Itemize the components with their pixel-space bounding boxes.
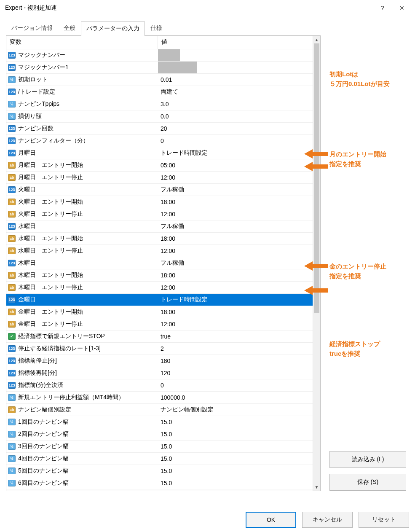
- parameter-row[interactable]: ab火曜日 エントリー開始18:00: [6, 196, 320, 208]
- parameter-value[interactable]: フル稼働: [158, 259, 320, 267]
- parameter-value[interactable]: 0: [158, 137, 320, 144]
- parameter-row[interactable]: ½ナンピンTppips3.0: [6, 98, 320, 110]
- parameter-row[interactable]: 123指標前(分)全決済0: [6, 379, 320, 392]
- svg-marker-0: [304, 149, 328, 159]
- parameter-row[interactable]: 123木曜日フル稼働: [6, 257, 320, 269]
- parameter-value[interactable]: 15.0: [158, 468, 320, 474]
- parameter-name: 2回目のナンピン幅: [18, 430, 69, 438]
- parameter-value[interactable]: 両建て: [158, 88, 320, 96]
- parameter-value[interactable]: 2: [158, 345, 320, 352]
- parameter-value[interactable]: true: [158, 333, 320, 340]
- parameter-row[interactable]: 123火曜日フル稼働: [6, 184, 320, 196]
- parameter-row[interactable]: 123/トレード設定両建て: [6, 86, 320, 98]
- parameter-value[interactable]: 20: [158, 125, 320, 132]
- parameter-value[interactable]: 180: [158, 357, 320, 364]
- arrow-icon: [304, 261, 328, 271]
- parameter-row[interactable]: 123マジックナンバー: [6, 49, 320, 62]
- scroll-thumb[interactable]: [314, 43, 319, 313]
- close-button[interactable]: ✕: [392, 1, 412, 15]
- parameter-value[interactable]: ナンピン幅個別設定: [158, 406, 320, 414]
- reset-button[interactable]: リセット: [359, 512, 409, 528]
- parameter-value[interactable]: 18:00: [158, 272, 320, 279]
- parameter-row[interactable]: 123指標後再開[分]120: [6, 367, 320, 379]
- int-type-icon: 123: [8, 186, 16, 193]
- parameter-row[interactable]: ab月曜日 エントリー停止12:00: [6, 172, 320, 184]
- header-variable[interactable]: 変数: [6, 36, 158, 49]
- parameter-value[interactable]: フル稼働: [158, 223, 320, 230]
- parameter-value[interactable]: 0: [158, 382, 320, 389]
- parameter-value[interactable]: 12:00: [158, 211, 320, 218]
- parameter-row[interactable]: 123指標前停止[分]180: [6, 355, 320, 367]
- tab[interactable]: 仕様: [145, 21, 168, 35]
- parameter-value[interactable]: フル稼働: [158, 186, 320, 193]
- ok-button[interactable]: OK: [246, 512, 296, 528]
- parameter-value[interactable]: 100000.0: [158, 394, 320, 401]
- parameter-row[interactable]: ab金曜日 エントリー開始18:00: [6, 306, 320, 318]
- parameter-row[interactable]: ab水曜日 エントリー開始18:00: [6, 233, 320, 245]
- load-button[interactable]: 読み込み (L): [329, 451, 406, 468]
- parameter-row[interactable]: ab火曜日 エントリー停止12:00: [6, 208, 320, 220]
- parameter-row[interactable]: ab金曜日 エントリー停止12:00: [6, 318, 320, 330]
- parameter-value[interactable]: 12:00: [158, 247, 320, 254]
- parameter-row[interactable]: ½2回目のナンピン幅15.0: [6, 428, 320, 441]
- help-button[interactable]: ?: [373, 1, 392, 15]
- scroll-up-icon[interactable]: ▲: [313, 36, 320, 43]
- parameter-value[interactable]: 18:00: [158, 235, 320, 242]
- parameter-value[interactable]: 3.0: [158, 101, 320, 107]
- parameter-value[interactable]: 15.0: [158, 455, 320, 462]
- tab[interactable]: バージョン情報: [6, 21, 58, 35]
- parameter-row[interactable]: ab木曜日 エントリー開始18:00: [6, 269, 320, 282]
- parameter-row[interactable]: ½4回目のナンピン幅15.0: [6, 453, 320, 465]
- parameter-value[interactable]: [158, 62, 320, 73]
- header-value[interactable]: 値: [158, 36, 320, 49]
- parameter-row[interactable]: 123金曜日トレード時間設定: [6, 294, 320, 306]
- parameter-row[interactable]: ab木曜日 エントリー停止12:00: [6, 282, 320, 294]
- parameter-row[interactable]: ab月曜日 エントリー開始05:00: [6, 159, 320, 172]
- tab[interactable]: 全般: [58, 21, 81, 35]
- parameter-row[interactable]: 123停止する経済指標のレート[1-3]2: [6, 343, 320, 355]
- annotation-text: 指定を推奨: [329, 272, 361, 279]
- parameter-value[interactable]: 12:00: [158, 321, 320, 328]
- parameter-value[interactable]: 0.01: [158, 76, 320, 83]
- parameter-row[interactable]: abナンピン幅個別設定ナンピン幅個別設定: [6, 404, 320, 416]
- dbl-type-icon: ½: [8, 394, 16, 401]
- parameter-value[interactable]: 12:00: [158, 174, 320, 181]
- parameter-row[interactable]: ½1回目のナンピン幅15.0: [6, 416, 320, 428]
- parameter-row[interactable]: ½初期ロット0.01: [6, 74, 320, 86]
- parameter-value[interactable]: [158, 49, 320, 61]
- parameter-row[interactable]: ½損切り額0.0: [6, 110, 320, 123]
- parameter-value[interactable]: トレード時間設定: [158, 296, 320, 304]
- parameter-row[interactable]: ✓経済指標で新規エントリーSTOPtrue: [6, 330, 320, 343]
- parameter-value[interactable]: 12:00: [158, 284, 320, 291]
- cancel-button[interactable]: キャンセル: [302, 512, 353, 528]
- tab[interactable]: パラメーターの入力: [81, 21, 145, 36]
- parameter-row[interactable]: ½5回目のナンピン幅15.0: [6, 465, 320, 477]
- parameter-name: 1回目のナンピン幅: [18, 418, 69, 426]
- parameter-value[interactable]: 120: [158, 370, 320, 376]
- parameter-value[interactable]: トレード時間設定: [158, 149, 320, 157]
- parameter-name: 指標前(分)全決済: [18, 382, 63, 389]
- save-button[interactable]: 保存 (S): [329, 474, 406, 491]
- str-type-icon: ab: [8, 309, 16, 315]
- parameter-value[interactable]: 15.0: [158, 443, 320, 450]
- parameter-row[interactable]: 123ナンピン回数20: [6, 123, 320, 135]
- parameter-value[interactable]: 18:00: [158, 199, 320, 205]
- parameter-row[interactable]: 123マジックナンバー1: [6, 62, 320, 74]
- parameter-value[interactable]: 05:00: [158, 162, 320, 169]
- parameter-value[interactable]: 15.0: [158, 419, 320, 425]
- parameter-value[interactable]: 0.0: [158, 113, 320, 120]
- parameter-row[interactable]: 123ナンピンフィルター（分）0: [6, 135, 320, 147]
- parameter-value[interactable]: 18:00: [158, 309, 320, 315]
- parameter-row[interactable]: ab水曜日 エントリー停止12:00: [6, 245, 320, 257]
- parameter-name: /トレード設定: [18, 88, 55, 96]
- parameter-row[interactable]: ½6回目のナンピン幅15.0: [6, 477, 320, 489]
- parameter-row[interactable]: ½3回目のナンピン幅15.0: [6, 441, 320, 453]
- scroll-down-icon[interactable]: ▼: [313, 483, 320, 491]
- parameter-row[interactable]: ½新規エントリー停止利益額（MT4時間）100000.0: [6, 392, 320, 404]
- annotation-text: trueを推奨: [329, 350, 360, 357]
- parameter-value[interactable]: 15.0: [158, 431, 320, 438]
- parameter-row[interactable]: 123水曜日フル稼働: [6, 220, 320, 233]
- parameter-row[interactable]: 123月曜日トレード時間設定: [6, 147, 320, 159]
- int-type-icon: 123: [8, 150, 16, 156]
- parameter-value[interactable]: 15.0: [158, 480, 320, 486]
